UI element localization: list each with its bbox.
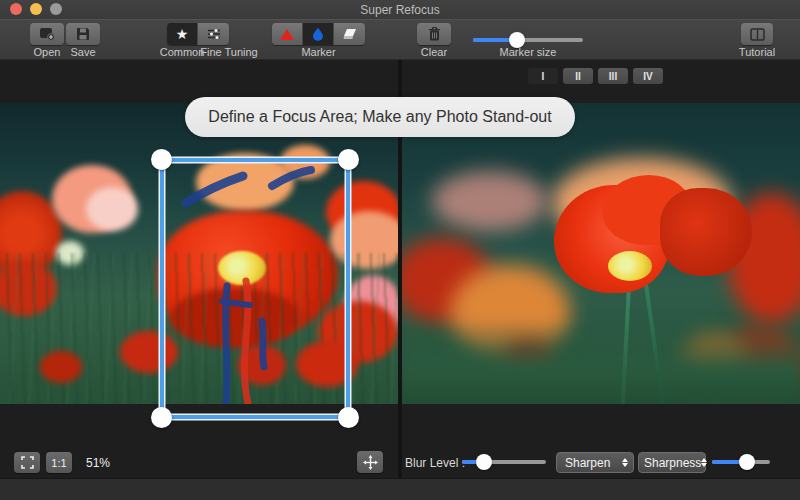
mode-segmented-control: ★	[167, 23, 229, 45]
open-button[interactable]	[30, 23, 64, 45]
sharpness-dropdown-value: Sharpness	[644, 456, 701, 470]
sharpen-dropdown-value: Sharpen	[565, 456, 610, 470]
save-label: Save	[64, 46, 102, 58]
window-title: Super Refocus	[0, 3, 800, 17]
sharpness-dropdown[interactable]: Sharpness	[638, 452, 706, 473]
clear-label: Clear	[413, 46, 455, 58]
view-tab-4[interactable]: IV	[633, 68, 663, 84]
focus-area-rectangle[interactable]	[160, 158, 350, 419]
save-button[interactable]	[66, 23, 100, 45]
fine-tuning-label: Fine Tuning	[198, 46, 260, 58]
red-triangle-icon	[280, 29, 294, 40]
one-to-one-label: 1:1	[51, 457, 66, 469]
hint-banner: Define a Focus Area; Make any Photo Stan…	[185, 97, 575, 137]
marker-segmented-control	[272, 23, 365, 45]
zoom-percentage: 51%	[86, 456, 110, 470]
tutorial-button[interactable]	[741, 23, 773, 45]
fit-screen-icon	[21, 456, 34, 469]
pan-move-button[interactable]	[357, 451, 383, 473]
app-window: Super Refocus Open Save ★ Common	[0, 0, 800, 500]
chevron-up-down-icon	[622, 458, 628, 467]
floppy-disk-icon	[76, 27, 90, 41]
title-bar: Super Refocus	[0, 0, 800, 19]
move-arrows-icon	[363, 455, 378, 470]
view-tab-2[interactable]: II	[563, 68, 593, 84]
focus-handle-bottom-right[interactable]	[338, 407, 359, 428]
blur-level-label: Blur Level :	[405, 456, 465, 470]
star-icon: ★	[176, 27, 189, 41]
sharpen-dropdown[interactable]: Sharpen	[556, 452, 634, 473]
main-area: I II III IV Define a Focus Area; Make an…	[0, 60, 800, 478]
toolbar: Open Save ★ Common Fine Tuning	[0, 19, 800, 60]
preview-photo-canvas[interactable]	[402, 103, 800, 404]
focus-handle-top-left[interactable]	[151, 149, 172, 170]
one-to-one-button[interactable]: 1:1	[46, 452, 72, 473]
sharpness-slider[interactable]	[712, 454, 770, 470]
slider-knob[interactable]	[739, 454, 755, 470]
blue-droplet-icon	[312, 27, 324, 41]
eraser-icon	[343, 28, 357, 40]
window-bottom-strip	[0, 478, 800, 500]
eraser-marker-button[interactable]	[334, 23, 365, 45]
common-mode-button[interactable]: ★	[167, 23, 198, 45]
view-tab-3[interactable]: III	[598, 68, 628, 84]
tutorial-label: Tutorial	[733, 46, 781, 58]
clear-button[interactable]	[417, 23, 451, 45]
trash-icon	[428, 27, 441, 41]
view-mode-tabs: I II III IV	[528, 68, 663, 84]
open-label: Open	[28, 46, 66, 58]
red-marker-button[interactable]	[272, 23, 303, 45]
view-tab-1[interactable]: I	[528, 68, 558, 84]
marker-size-label: Marker size	[473, 46, 583, 58]
chevron-up-down-icon	[701, 458, 707, 467]
slider-knob[interactable]	[476, 454, 492, 470]
focus-handle-bottom-left[interactable]	[151, 407, 172, 428]
blue-marker-button[interactable]	[303, 23, 334, 45]
blur-level-slider[interactable]	[462, 454, 546, 470]
book-icon	[750, 28, 765, 41]
photo-add-icon	[39, 27, 55, 41]
fine-tuning-mode-button[interactable]	[198, 23, 229, 45]
marker-label: Marker	[272, 46, 365, 58]
focus-handle-top-right[interactable]	[338, 149, 359, 170]
tune-lines-icon	[207, 28, 221, 40]
fit-screen-button[interactable]	[14, 452, 40, 473]
